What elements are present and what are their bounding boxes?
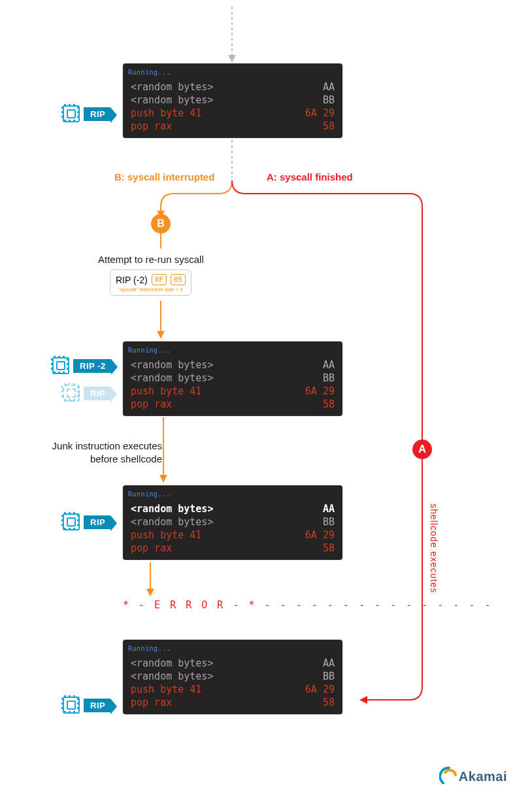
t4-l4: pop rax (131, 696, 172, 709)
rip-minus-2-chip: RIP -2 (52, 358, 111, 373)
diagram-canvas: B: syscall interrupted A: syscall finish… (0, 0, 532, 798)
rip-label: RIP (84, 107, 110, 121)
t4-l1h: AA (323, 657, 335, 670)
rip-label: RIP (84, 515, 110, 529)
t1-l3: push byte 41 (131, 107, 201, 120)
t1-l1h: AA (323, 80, 335, 94)
svg-marker-4 (359, 696, 367, 704)
rip-label: RIP (84, 387, 110, 400)
t4-l3: push byte 41 (131, 683, 201, 696)
rerun-byte-1: 0F (152, 274, 167, 285)
t4-l2h: BB (323, 670, 335, 683)
t3-l1: <random bytes> (131, 502, 213, 515)
cpu-icon (63, 513, 80, 530)
cpu-icon (63, 697, 80, 714)
akamai-wordmark: Akamai (459, 769, 507, 784)
akamai-logo: Akamai (439, 767, 507, 786)
svg-marker-9 (159, 475, 167, 483)
t2-l4: pop rax (131, 398, 172, 411)
rip-minus-2-label: RIP -2 (73, 359, 111, 373)
t4-l2: <random bytes> (131, 670, 213, 683)
shellcode-executes-label: shellcode executes (429, 504, 439, 593)
t1-l4: pop rax (131, 120, 172, 133)
cpu-icon (52, 357, 69, 374)
t3-l3h: 6A 29 (305, 529, 335, 542)
t4-l3h: 6A 29 (305, 683, 335, 696)
terminal-2: Running... <random bytes>AA <random byte… (123, 341, 342, 416)
t2-l2: <random bytes> (131, 372, 213, 385)
rerun-byte-2: 05 (171, 274, 186, 285)
branch-b-label: B: syscall interrupted (114, 171, 214, 182)
rerun-sub: "syscall" instruction size = 2 (116, 286, 186, 292)
terminal-3: Running... <random bytes>AA <random byte… (123, 485, 342, 560)
t1-l3h: 6A 29 (305, 107, 335, 120)
t3-l2: <random bytes> (131, 515, 213, 529)
rip-chip-ghost: RIP (63, 385, 110, 401)
t3-l4: pop rax (131, 542, 172, 555)
junk-note: Junk instruction executes before shellco… (18, 440, 162, 466)
t2-l1: <random bytes> (131, 358, 213, 372)
svg-marker-11 (146, 589, 154, 597)
t1-l4h: 58 (323, 120, 335, 133)
junk-note-line1: Junk instruction executes (52, 440, 162, 451)
terminal-running: Running... (123, 63, 342, 79)
branch-a-badge: A (412, 440, 432, 459)
t2-l3h: 6A 29 (305, 385, 335, 398)
t3-l3: push byte 41 (131, 529, 201, 542)
error-line: * - E R R O R - * - - - - - - - - - - - … (123, 599, 492, 611)
t2-l1h: AA (323, 358, 335, 372)
t2-l3: push byte 41 (131, 385, 201, 398)
rerun-title: Attempt to re-run syscall (98, 254, 204, 265)
t1-l1: <random bytes> (131, 80, 213, 94)
akamai-swoosh-icon (439, 767, 459, 786)
svg-marker-7 (157, 331, 165, 339)
t4-l1: <random bytes> (131, 657, 213, 670)
rip-chip-3: RIP (63, 514, 110, 530)
rip-chip-4: RIP (63, 697, 110, 713)
rerun-chip-text: RIP (-2) (116, 275, 148, 285)
svg-marker-1 (228, 55, 236, 63)
t3-l2h: BB (323, 515, 335, 529)
terminal-running: Running... (123, 341, 342, 357)
terminal-4: Running... <random bytes>AA <random byte… (123, 640, 342, 714)
terminal-running: Running... (123, 485, 342, 501)
terminal-running: Running... (123, 640, 342, 655)
cpu-icon (63, 105, 80, 122)
t3-l4h: 58 (323, 542, 335, 555)
branch-b-badge: B (151, 214, 171, 234)
t2-l4h: 58 (323, 398, 335, 411)
rip-chip-1: RIP (63, 106, 110, 122)
terminal-1: Running... <random bytes>AA <random byte… (123, 63, 342, 138)
cpu-icon (63, 385, 80, 402)
t1-l2h: BB (323, 94, 335, 107)
branch-a-label: A: syscall finished (267, 171, 353, 182)
t3-l1h: AA (323, 502, 335, 515)
t1-l2: <random bytes> (131, 94, 213, 107)
t2-l2h: BB (323, 372, 335, 385)
t4-l4h: 58 (323, 696, 335, 709)
junk-note-line2: before shellcode (90, 453, 162, 464)
rip-label: RIP (84, 699, 110, 712)
rerun-box: RIP (-2) 0F 05 "syscall" instruction siz… (110, 269, 191, 296)
